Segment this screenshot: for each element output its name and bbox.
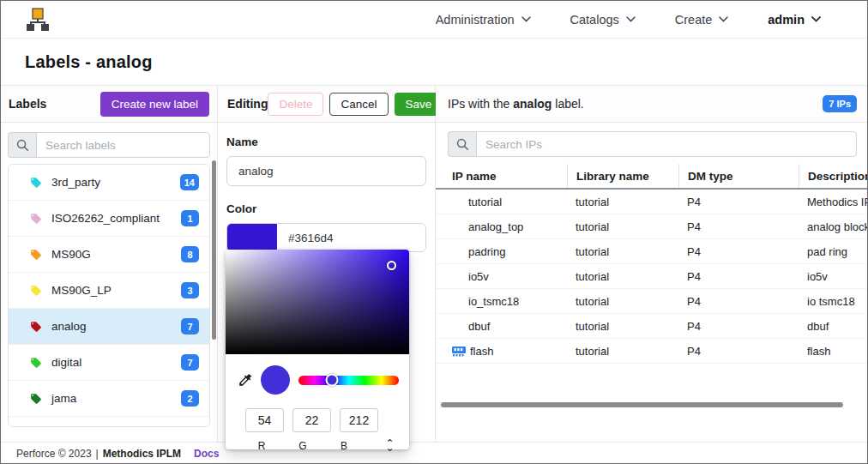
cell-ip-name: analog_top	[452, 220, 567, 233]
saturation-area[interactable]	[226, 250, 409, 354]
nav-menus: Administration Catalogs Create admin	[436, 13, 821, 27]
label-item-iso26262[interactable]: ISO26262_compliant 1	[9, 201, 209, 237]
green-label: G	[286, 440, 319, 452]
ips-horizontal-scrollbar[interactable]	[441, 402, 843, 407]
table-row[interactable]: dbuf tutorial P4 dbuf	[436, 314, 868, 339]
label-name: 3rd_party	[51, 176, 100, 189]
ips-panel-title: IPs with the analog label.	[448, 97, 584, 111]
label-name: analog	[51, 320, 87, 333]
nav-create[interactable]: Create	[675, 13, 729, 27]
label-item-jama[interactable]: jama 2	[9, 381, 209, 417]
table-row[interactable]: tutorial tutorial P4 Methodics IP	[436, 190, 868, 214]
cell-dm-type: P4	[678, 220, 799, 233]
cell-ip-name: flash	[452, 345, 567, 358]
tag-icon	[30, 393, 42, 405]
label-name: ISO26262_compliant	[51, 212, 160, 225]
labels-vertical-scrollbar[interactable]	[212, 160, 216, 340]
cell-dm-type: P4	[678, 196, 799, 208]
ips-search	[448, 131, 857, 157]
docs-link[interactable]: Docs	[194, 448, 219, 460]
table-row[interactable]: analog_top tutorial P4 analog block	[436, 214, 868, 239]
label-count-badge: 2	[181, 390, 199, 407]
green-input[interactable]	[292, 408, 331, 432]
label-count-badge: 8	[181, 246, 199, 262]
cell-library: tutorial	[567, 345, 678, 358]
rgb-labels: R G B ⌃⌄	[226, 432, 409, 452]
ips-table: IP name Library name DM type Description…	[436, 164, 868, 364]
label-item-analog-selected[interactable]: analog 7	[9, 309, 209, 345]
cell-ip-name: padring	[452, 245, 567, 258]
nav-catalogs[interactable]: Catalogs	[570, 13, 636, 27]
cell-ip-name: io_tsmc18	[452, 295, 567, 308]
hue-slider-thumb[interactable]	[325, 374, 338, 387]
cell-ip-name: io5v	[452, 270, 567, 283]
label-item-ms90g-lp[interactable]: MS90G_LP 3	[9, 273, 209, 309]
eyedropper-icon[interactable]	[238, 372, 253, 388]
table-row[interactable]: io_tsmc18 tutorial P4 io tsmc18	[436, 289, 868, 314]
search-ips-input[interactable]	[476, 131, 857, 157]
create-new-label-button[interactable]: Create new label	[100, 92, 209, 117]
cell-dm-type: P4	[678, 320, 799, 333]
nav-catalogs-label: Catalogs	[570, 13, 619, 27]
col-description: Description	[799, 164, 868, 188]
hue-slider[interactable]	[298, 376, 399, 385]
cell-description: io tsmc18	[799, 295, 868, 308]
cell-dm-type: P4	[678, 270, 799, 283]
chevron-down-icon	[811, 16, 821, 22]
cell-library: tutorial	[567, 270, 678, 283]
color-field-label: Color	[226, 202, 426, 215]
color-swatch[interactable]	[227, 224, 277, 251]
cell-dm-type: P4	[678, 245, 799, 258]
label-count-badge: 7	[181, 354, 199, 371]
saturation-cursor[interactable]	[387, 261, 396, 270]
color-field	[226, 223, 426, 252]
chevron-down-icon	[626, 16, 636, 22]
ips-table-header: IP name Library name DM type Description	[436, 164, 868, 190]
label-list: 3rd_party 14 ISO26262_compliant 1 MS90G …	[8, 164, 210, 427]
label-count-badge: 3	[181, 282, 199, 298]
cell-library: tutorial	[567, 295, 678, 308]
col-dm-type: DM type	[678, 164, 799, 188]
color-hex-input[interactable]	[277, 224, 425, 251]
footer: Perforce © 2023 | Methodics IPLM Docs	[1, 442, 867, 464]
labels-panel-title: Labels	[9, 97, 46, 111]
main-content: Labels Create new label 3rd_party 14 ISO…	[1, 86, 867, 442]
app-window: Administration Catalogs Create admin Lab…	[0, 0, 868, 464]
nav-administration[interactable]: Administration	[436, 13, 531, 27]
page-title-bar: Labels - analog	[1, 39, 867, 86]
ips-panel: IPs with the analog label. 7 IPs IP name…	[436, 86, 868, 442]
rgb-inputs	[226, 395, 409, 432]
search-labels-input[interactable]	[36, 132, 210, 158]
cell-ip-name: dbuf	[452, 320, 567, 333]
red-input[interactable]	[245, 408, 284, 432]
current-color-preview	[261, 365, 290, 395]
search-icon	[448, 131, 476, 157]
label-item-3rd-party[interactable]: 3rd_party 14	[9, 165, 209, 201]
cell-ip-name: tutorial	[452, 196, 567, 208]
cell-dm-type: P4	[678, 295, 799, 308]
nav-create-label: Create	[675, 13, 713, 27]
tag-icon	[30, 177, 42, 189]
table-row[interactable]: io5v tutorial P4 io5v	[436, 264, 868, 289]
blue-input[interactable]	[340, 408, 378, 432]
footer-copyright: Perforce © 2023	[16, 448, 92, 460]
label-item-partial[interactable]	[9, 417, 209, 427]
chevron-down-icon	[521, 16, 531, 22]
label-count-badge: 7	[181, 318, 199, 334]
delete-button[interactable]: Delete	[268, 93, 323, 116]
label-item-ms90g[interactable]: MS90G 8	[9, 237, 209, 273]
cell-description: analog block	[799, 220, 868, 233]
table-row[interactable]: flash tutorial P4 flash	[436, 339, 868, 364]
nav-admin-user[interactable]: admin	[768, 13, 821, 27]
cell-library: tutorial	[567, 245, 678, 258]
picker-controls	[226, 354, 409, 395]
label-name: jama	[51, 392, 76, 405]
footer-separator: |	[96, 448, 99, 460]
cancel-button[interactable]: Cancel	[329, 93, 388, 116]
color-format-toggle-icon[interactable]: ⌃⌄	[371, 440, 409, 452]
iplm-logo-icon[interactable]	[25, 8, 51, 32]
table-row[interactable]: padring tutorial P4 pad ring	[436, 239, 868, 264]
cell-dm-type: P4	[678, 345, 799, 358]
label-name-input[interactable]	[226, 156, 426, 186]
label-item-digital[interactable]: digital 7	[9, 345, 209, 381]
